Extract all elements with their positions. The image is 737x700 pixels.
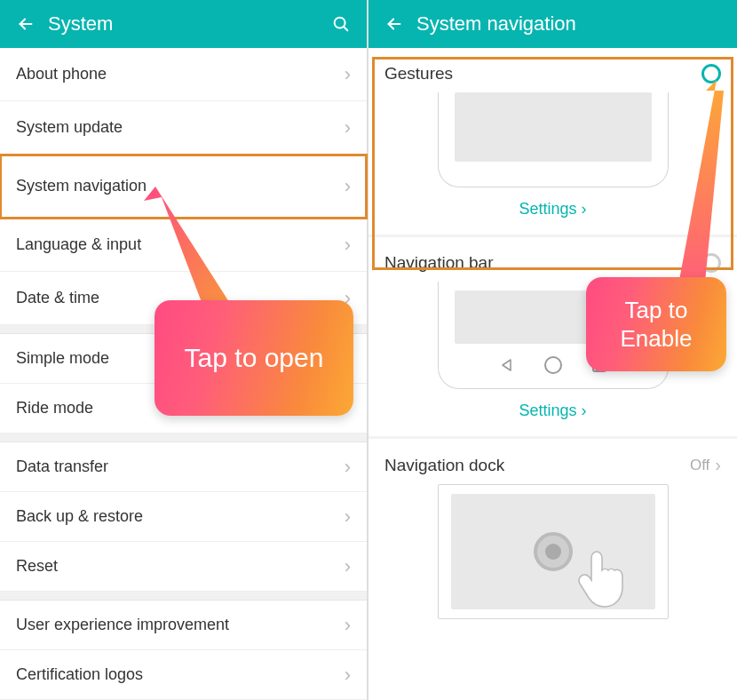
pane-system: System About phone › System update › Sys…: [0, 0, 368, 700]
hand-pointer-icon: [575, 545, 646, 616]
gestures-preview: [438, 92, 669, 187]
section-gestures: Gestures Settings ›: [368, 48, 737, 235]
chevron-right-icon: ›: [345, 555, 351, 578]
dock-title: Navigation dock: [384, 456, 504, 475]
chevron-right-icon: ›: [345, 614, 351, 637]
home-circle-icon: [544, 356, 562, 374]
search-button[interactable]: [328, 11, 354, 37]
chevron-right-icon: ›: [582, 402, 587, 419]
section-divider: [0, 592, 367, 601]
callout-tap-to-enable: Tap to Enable: [586, 277, 726, 371]
row-language-input[interactable]: Language & input ›: [0, 219, 367, 272]
row-label: Data transfer: [16, 457, 345, 476]
row-system-navigation[interactable]: System navigation ›: [0, 155, 367, 219]
chevron-right-icon: ›: [345, 456, 351, 479]
page-title: System navigation: [416, 12, 725, 36]
chevron-right-icon: ›: [345, 116, 351, 139]
row-certification-logos[interactable]: Certification logos ›: [0, 650, 367, 700]
back-button[interactable]: [381, 11, 408, 37]
navbar-radio[interactable]: [701, 253, 721, 273]
callout-text: Tap to Enable: [607, 296, 705, 354]
section-navigation-dock[interactable]: Navigation dock Off ›: [368, 439, 737, 626]
preview-placeholder: [455, 92, 652, 162]
dock-preview: [451, 494, 655, 609]
chevron-right-icon: ›: [345, 664, 351, 687]
section-divider: [0, 434, 367, 442]
chevron-right-icon: ›: [345, 63, 351, 86]
chevron-right-icon: ›: [582, 200, 587, 218]
chevron-right-icon: ›: [715, 455, 721, 475]
dock-preview-frame: [438, 484, 669, 619]
chevron-right-icon: ›: [345, 505, 351, 529]
back-triangle-icon: [500, 358, 514, 372]
row-data-transfer[interactable]: Data transfer ›: [0, 442, 367, 492]
chevron-right-icon: ›: [345, 175, 351, 198]
row-backup-restore[interactable]: Back up & restore ›: [0, 492, 367, 542]
gestures-title: Gestures: [384, 64, 453, 84]
row-label: Back up & restore: [16, 507, 345, 526]
row-label: User experience improvement: [16, 616, 345, 634]
row-user-experience[interactable]: User experience improvement ›: [0, 601, 367, 650]
row-label: Reset: [16, 557, 345, 576]
callout-tap-to-open: Tap to open: [155, 300, 353, 416]
chevron-right-icon: ›: [345, 234, 351, 257]
row-label: Language & input: [16, 235, 345, 254]
row-label: System update: [16, 118, 345, 137]
row-label: System navigation: [16, 177, 345, 195]
back-button[interactable]: [12, 11, 39, 37]
header-system: System: [0, 0, 367, 48]
navbar-title: Navigation bar: [384, 253, 494, 273]
row-system-update[interactable]: System update ›: [0, 101, 367, 155]
row-label: Certification logos: [16, 665, 345, 684]
row-label: About phone: [16, 65, 345, 84]
settings-label: Settings: [519, 402, 576, 419]
settings-label: Settings: [519, 200, 576, 218]
header-navigation: System navigation: [368, 0, 737, 48]
page-title: System: [48, 12, 328, 36]
navbar-settings-link[interactable]: Settings ›: [384, 389, 721, 429]
row-reset[interactable]: Reset ›: [0, 542, 367, 592]
gestures-radio[interactable]: [701, 64, 721, 84]
gestures-settings-link[interactable]: Settings ›: [384, 187, 721, 227]
row-about-phone[interactable]: About phone ›: [0, 48, 367, 101]
callout-text: Tap to open: [185, 341, 324, 375]
dock-status: Off: [690, 457, 709, 474]
dock-button-icon: [534, 532, 573, 571]
